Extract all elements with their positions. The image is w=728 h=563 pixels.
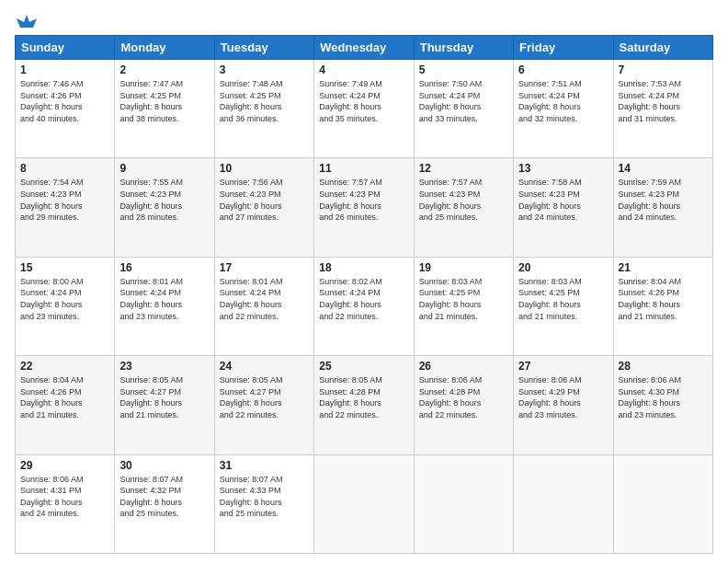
calendar-cell: 17Sunrise: 8:01 AMSunset: 4:24 PMDayligh… bbox=[214, 257, 313, 355]
day-info: Sunrise: 8:03 AMSunset: 4:25 PMDaylight:… bbox=[419, 277, 483, 321]
calendar-cell: 31Sunrise: 8:07 AMSunset: 4:33 PMDayligh… bbox=[214, 454, 313, 553]
calendar-header-monday: Monday bbox=[115, 36, 214, 60]
day-info: Sunrise: 7:48 AMSunset: 4:25 PMDaylight:… bbox=[220, 79, 283, 123]
day-info: Sunrise: 7:57 AMSunset: 4:23 PMDaylight:… bbox=[419, 178, 483, 222]
calendar-header-friday: Friday bbox=[514, 36, 613, 60]
calendar-header-saturday: Saturday bbox=[613, 36, 712, 60]
logo-icon bbox=[17, 11, 37, 31]
calendar-week-1: 1Sunrise: 7:46 AMSunset: 4:26 PMDaylight… bbox=[16, 60, 713, 158]
calendar-cell: 29Sunrise: 8:06 AMSunset: 4:31 PMDayligh… bbox=[16, 454, 115, 553]
calendar-cell bbox=[514, 454, 613, 553]
calendar-cell: 13Sunrise: 7:58 AMSunset: 4:23 PMDayligh… bbox=[514, 158, 613, 257]
day-info: Sunrise: 7:54 AMSunset: 4:23 PMDaylight:… bbox=[20, 178, 84, 222]
calendar-cell: 18Sunrise: 8:02 AMSunset: 4:24 PMDayligh… bbox=[314, 257, 414, 355]
day-number: 7 bbox=[619, 63, 708, 76]
calendar-cell: 6Sunrise: 7:51 AMSunset: 4:24 PMDaylight… bbox=[514, 60, 613, 158]
day-number: 5 bbox=[419, 63, 508, 76]
day-info: Sunrise: 8:07 AMSunset: 4:33 PMDaylight:… bbox=[220, 475, 283, 519]
calendar-cell: 1Sunrise: 7:46 AMSunset: 4:26 PMDaylight… bbox=[16, 60, 115, 158]
day-info: Sunrise: 7:49 AMSunset: 4:24 PMDaylight:… bbox=[319, 79, 382, 123]
day-number: 9 bbox=[119, 162, 209, 175]
day-info: Sunrise: 7:51 AMSunset: 4:24 PMDaylight:… bbox=[518, 79, 582, 123]
calendar-week-4: 22Sunrise: 8:04 AMSunset: 4:26 PMDayligh… bbox=[16, 356, 713, 454]
calendar-cell: 25Sunrise: 8:05 AMSunset: 4:28 PMDayligh… bbox=[314, 356, 414, 454]
day-number: 17 bbox=[220, 261, 309, 274]
day-number: 16 bbox=[119, 261, 209, 274]
calendar-cell: 12Sunrise: 7:57 AMSunset: 4:23 PMDayligh… bbox=[414, 158, 513, 257]
day-number: 18 bbox=[319, 261, 408, 274]
day-info: Sunrise: 8:06 AMSunset: 4:28 PMDaylight:… bbox=[419, 375, 483, 419]
day-info: Sunrise: 7:59 AMSunset: 4:23 PMDaylight:… bbox=[619, 178, 682, 222]
calendar-header-wednesday: Wednesday bbox=[314, 36, 414, 60]
day-info: Sunrise: 7:57 AMSunset: 4:23 PMDaylight:… bbox=[319, 178, 382, 222]
calendar-cell: 20Sunrise: 8:03 AMSunset: 4:25 PMDayligh… bbox=[514, 257, 613, 355]
calendar-header-sunday: Sunday bbox=[16, 36, 115, 60]
day-number: 2 bbox=[119, 63, 209, 76]
day-info: Sunrise: 8:06 AMSunset: 4:31 PMDaylight:… bbox=[20, 475, 84, 519]
day-number: 12 bbox=[419, 162, 508, 175]
day-number: 11 bbox=[319, 162, 408, 175]
day-number: 19 bbox=[419, 261, 508, 274]
day-number: 13 bbox=[518, 162, 608, 175]
calendar-header-thursday: Thursday bbox=[414, 36, 513, 60]
calendar-cell bbox=[613, 454, 712, 553]
day-number: 8 bbox=[20, 162, 109, 175]
calendar-week-3: 15Sunrise: 8:00 AMSunset: 4:24 PMDayligh… bbox=[16, 257, 713, 355]
day-number: 4 bbox=[319, 63, 408, 76]
calendar-cell: 16Sunrise: 8:01 AMSunset: 4:24 PMDayligh… bbox=[115, 257, 214, 355]
day-number: 23 bbox=[119, 360, 209, 373]
day-number: 24 bbox=[220, 360, 309, 373]
day-number: 25 bbox=[319, 360, 408, 373]
day-info: Sunrise: 7:47 AMSunset: 4:25 PMDaylight:… bbox=[119, 79, 183, 123]
calendar-week-5: 29Sunrise: 8:06 AMSunset: 4:31 PMDayligh… bbox=[16, 454, 713, 553]
day-number: 22 bbox=[20, 360, 109, 373]
calendar-cell: 24Sunrise: 8:05 AMSunset: 4:27 PMDayligh… bbox=[214, 356, 313, 454]
day-number: 28 bbox=[619, 360, 708, 373]
calendar-cell: 14Sunrise: 7:59 AMSunset: 4:23 PMDayligh… bbox=[613, 158, 712, 257]
day-info: Sunrise: 7:50 AMSunset: 4:24 PMDaylight:… bbox=[419, 79, 483, 123]
calendar-cell: 10Sunrise: 7:56 AMSunset: 4:23 PMDayligh… bbox=[214, 158, 313, 257]
day-number: 1 bbox=[20, 63, 109, 76]
day-number: 26 bbox=[419, 360, 508, 373]
day-number: 3 bbox=[220, 63, 309, 76]
calendar-cell: 26Sunrise: 8:06 AMSunset: 4:28 PMDayligh… bbox=[414, 356, 513, 454]
day-info: Sunrise: 7:55 AMSunset: 4:23 PMDaylight:… bbox=[119, 178, 183, 222]
day-info: Sunrise: 8:01 AMSunset: 4:24 PMDaylight:… bbox=[119, 277, 183, 321]
day-number: 10 bbox=[220, 162, 309, 175]
calendar-cell bbox=[314, 454, 414, 553]
day-info: Sunrise: 8:05 AMSunset: 4:28 PMDaylight:… bbox=[319, 375, 382, 419]
calendar-header-row: SundayMondayTuesdayWednesdayThursdayFrid… bbox=[16, 36, 713, 60]
calendar-cell: 22Sunrise: 8:04 AMSunset: 4:26 PMDayligh… bbox=[16, 356, 115, 454]
calendar-cell: 28Sunrise: 8:06 AMSunset: 4:30 PMDayligh… bbox=[613, 356, 712, 454]
calendar-cell: 7Sunrise: 7:53 AMSunset: 4:24 PMDaylight… bbox=[613, 60, 712, 158]
calendar-cell: 30Sunrise: 8:07 AMSunset: 4:32 PMDayligh… bbox=[115, 454, 214, 553]
day-number: 29 bbox=[20, 459, 109, 472]
calendar-cell: 11Sunrise: 7:57 AMSunset: 4:23 PMDayligh… bbox=[314, 158, 414, 257]
calendar-cell: 21Sunrise: 8:04 AMSunset: 4:26 PMDayligh… bbox=[613, 257, 712, 355]
day-info: Sunrise: 7:53 AMSunset: 4:24 PMDaylight:… bbox=[619, 79, 682, 123]
calendar-cell: 8Sunrise: 7:54 AMSunset: 4:23 PMDaylight… bbox=[16, 158, 115, 257]
day-number: 30 bbox=[119, 459, 209, 472]
day-info: Sunrise: 8:02 AMSunset: 4:24 PMDaylight:… bbox=[319, 277, 382, 321]
day-info: Sunrise: 8:05 AMSunset: 4:27 PMDaylight:… bbox=[220, 375, 283, 419]
calendar-cell: 2Sunrise: 7:47 AMSunset: 4:25 PMDaylight… bbox=[115, 60, 214, 158]
calendar-cell: 19Sunrise: 8:03 AMSunset: 4:25 PMDayligh… bbox=[414, 257, 513, 355]
calendar-header-tuesday: Tuesday bbox=[214, 36, 313, 60]
day-info: Sunrise: 8:00 AMSunset: 4:24 PMDaylight:… bbox=[20, 277, 84, 321]
calendar-cell: 4Sunrise: 7:49 AMSunset: 4:24 PMDaylight… bbox=[314, 60, 414, 158]
day-number: 21 bbox=[619, 261, 708, 274]
day-info: Sunrise: 7:46 AMSunset: 4:26 PMDaylight:… bbox=[20, 79, 84, 123]
day-info: Sunrise: 8:04 AMSunset: 4:26 PMDaylight:… bbox=[619, 277, 682, 321]
calendar-cell bbox=[414, 454, 513, 553]
day-info: Sunrise: 8:03 AMSunset: 4:25 PMDaylight:… bbox=[518, 277, 582, 321]
day-info: Sunrise: 7:58 AMSunset: 4:23 PMDaylight:… bbox=[518, 178, 582, 222]
header bbox=[15, 11, 713, 28]
day-number: 14 bbox=[619, 162, 708, 175]
calendar-cell: 9Sunrise: 7:55 AMSunset: 4:23 PMDaylight… bbox=[115, 158, 214, 257]
page: SundayMondayTuesdayWednesdayThursdayFrid… bbox=[0, 0, 728, 563]
calendar-cell: 27Sunrise: 8:06 AMSunset: 4:29 PMDayligh… bbox=[514, 356, 613, 454]
calendar-cell: 15Sunrise: 8:00 AMSunset: 4:24 PMDayligh… bbox=[16, 257, 115, 355]
calendar-week-2: 8Sunrise: 7:54 AMSunset: 4:23 PMDaylight… bbox=[16, 158, 713, 257]
day-info: Sunrise: 8:07 AMSunset: 4:32 PMDaylight:… bbox=[119, 475, 183, 519]
logo bbox=[15, 11, 37, 28]
